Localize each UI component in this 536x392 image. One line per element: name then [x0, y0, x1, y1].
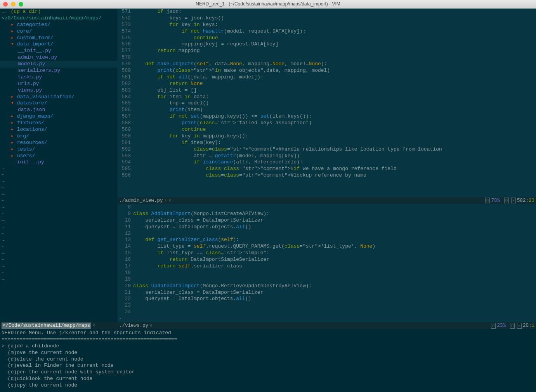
box-icon: ✕ — [517, 323, 522, 329]
line-gutter: 5715725735745755765775785795805815825835… — [118, 9, 133, 197]
tree-file[interactable]: data.json — [0, 107, 118, 113]
chevron-right-icon[interactable]: ▸ — [11, 140, 17, 146]
tree-folder[interactable]: ▸ resources/ — [0, 140, 118, 146]
tree-file[interactable]: tasks.py — [0, 74, 118, 81]
code-content[interactable]: if json: keys = json.keys() for key in k… — [133, 9, 536, 197]
tree-folder[interactable]: ▸ users/ — [0, 153, 118, 160]
tree-file[interactable]: urls.py — [0, 81, 118, 87]
close-icon[interactable]: ✕ — [92, 323, 95, 329]
menu-header: NERDTree Menu. Use j/k/enter and the sho… — [2, 330, 534, 336]
filename: ./views.py — [119, 323, 148, 329]
tree-up-dir[interactable]: .. (up a dir) — [0, 9, 118, 15]
menu-item[interactable]: (d)elete the current node — [2, 356, 534, 363]
cursor-position: 582:23 — [517, 198, 534, 204]
editor-pane-top[interactable]: 5715725735745755765775785795805815825835… — [118, 9, 536, 204]
tree-folder[interactable]: ▸ locations/ — [0, 127, 118, 133]
tree-folder[interactable]: ▾ data_import/ — [0, 41, 118, 48]
scroll-percent: 23% — [497, 323, 506, 329]
chevron-right-icon[interactable]: ▸ — [11, 22, 17, 28]
tree-file[interactable]: __init__.py — [0, 48, 118, 54]
menu-item[interactable]: (q)uicklook the current node — [2, 376, 534, 382]
statusline-bottom: ./views.py ✕ ▢ 23% ▢ ✕ 20:1 — [118, 322, 536, 329]
tree-root-path: <z0/Code/sustainhawaii/mapp/maps/ — [0, 15, 118, 22]
chevron-right-icon[interactable]: ▸ — [11, 28, 17, 34]
close-icon[interactable]: ✕ — [149, 323, 153, 329]
minimize-window-button[interactable] — [11, 2, 16, 7]
tree-file[interactable]: views.py — [0, 87, 118, 94]
scroll-percent: 78% — [491, 198, 500, 204]
menu-item[interactable]: (m)ove the current node — [2, 350, 534, 356]
tree-folder[interactable]: ▸ data_visualization/ — [0, 94, 118, 101]
chevron-right-icon[interactable]: ▸ — [11, 35, 17, 41]
close-icon[interactable]: ✕ — [168, 198, 172, 204]
modified-indicator: + — [165, 198, 168, 204]
line-gutter: 89101112131415161718192021222324~ — [118, 204, 133, 322]
nerdtree-menu[interactable]: NERDTree Menu. Use j/k/enter and the sho… — [0, 329, 536, 392]
tree-folder[interactable]: ▸ core/ — [0, 28, 118, 35]
sidebar-statusline: </Code/sustainhawaii/mapp/maps ✕ — [0, 322, 118, 329]
box-icon: ▢ — [491, 323, 496, 329]
menu-separator: ========================================… — [2, 336, 534, 343]
statusline-top: ./admin_view.py + ✕ ▢ 78% ▢ ✕ 582:23 — [118, 197, 536, 204]
menu-item[interactable]: > (a)dd a childnode — [2, 343, 534, 350]
menu-item[interactable]: (o)pen the current node with system edit… — [2, 369, 534, 376]
tree-file[interactable]: admin_view.py — [0, 54, 118, 61]
box-icon: ▢ — [510, 323, 515, 329]
cursor-position: 20:1 — [523, 323, 534, 329]
menu-item[interactable]: (r)eveal in Finder the current node — [2, 363, 534, 369]
nerdtree-sidebar[interactable]: .. (up a dir)<z0/Code/sustainhawaii/mapp… — [0, 9, 118, 329]
close-window-button[interactable] — [3, 2, 8, 7]
menu-item[interactable]: (c)opy the current node — [2, 382, 534, 389]
chevron-right-icon[interactable]: ▸ — [11, 146, 17, 152]
chevron-right-icon[interactable]: ▸ — [11, 113, 17, 119]
tree-folder[interactable]: ▾ datastore/ — [0, 100, 118, 107]
tree-folder[interactable]: ▸ fixtures/ — [0, 120, 118, 127]
chevron-right-icon[interactable]: ▸ — [11, 120, 17, 126]
tree-file[interactable]: __init__.py — [0, 159, 118, 165]
sidebar-path: </Code/sustainhawaii/mapp/maps — [2, 323, 91, 329]
window-titlebar: NERD_tree_1 - (~/Code/sustainhawaii/mapp… — [0, 0, 536, 9]
code-content[interactable]: class AddDataImport(Mongo.ListCreateAPIV… — [133, 204, 536, 322]
tree-folder[interactable]: ▸ django_mapp/ — [0, 113, 118, 120]
chevron-right-icon[interactable]: ▸ — [11, 127, 17, 132]
maximize-window-button[interactable] — [19, 2, 23, 7]
tree-folder[interactable]: ▸ org/ — [0, 133, 118, 140]
chevron-down-icon[interactable]: ▾ — [11, 41, 17, 47]
box-icon: ▢ — [485, 198, 490, 203]
filename: ./admin_view.py — [119, 198, 163, 204]
tree-file[interactable]: models.py — [0, 61, 118, 68]
chevron-right-icon[interactable]: ▸ — [11, 153, 17, 159]
tree-folder[interactable]: ▸ categories/ — [0, 22, 118, 28]
chevron-right-icon[interactable]: ▸ — [11, 133, 17, 139]
box-icon: ✕ — [511, 198, 516, 203]
chevron-down-icon[interactable]: ▾ — [11, 100, 17, 106]
window-title: NERD_tree_1 - (~/Code/sustainhawaii/mapp… — [196, 1, 340, 7]
file-tree[interactable]: .. (up a dir)<z0/Code/sustainhawaii/mapp… — [0, 9, 118, 165]
tree-folder[interactable]: ▸ tests/ — [0, 146, 118, 153]
editor-pane-bottom[interactable]: 89101112131415161718192021222324~ class … — [118, 204, 536, 329]
box-icon: ▢ — [504, 198, 509, 203]
tree-folder[interactable]: ▸ custom_form/ — [0, 35, 118, 42]
chevron-right-icon[interactable]: ▸ — [11, 94, 17, 100]
tree-file[interactable]: serializers.py — [0, 68, 118, 74]
